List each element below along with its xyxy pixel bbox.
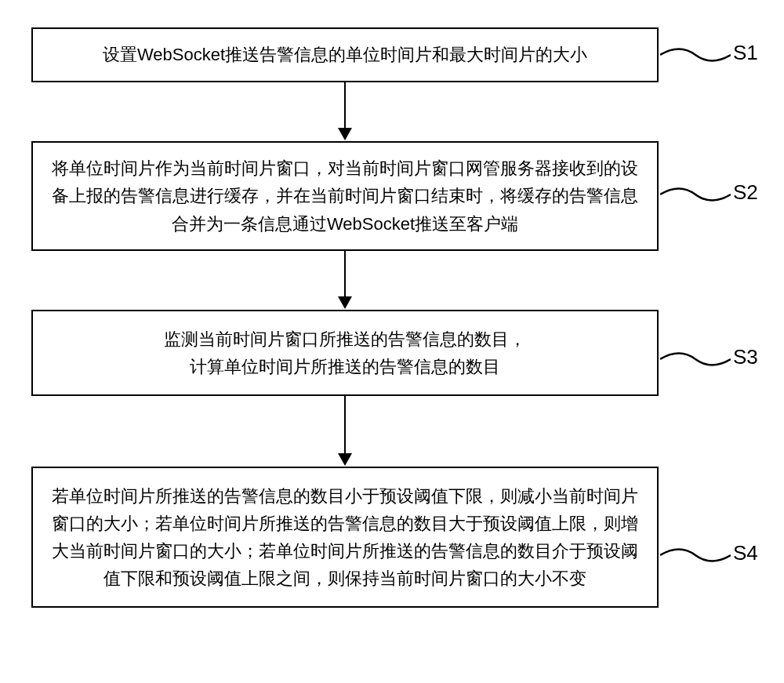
arrow-s2-s3 xyxy=(31,251,659,310)
step-text-s3: 监测当前时间片窗口所推送的告警信息的数目， 计算单位时间片所推送的告警信息的数目 xyxy=(164,325,526,380)
connector-curve-s4 xyxy=(660,543,731,567)
step-box-s3: 监测当前时间片窗口所推送的告警信息的数目， 计算单位时间片所推送的告警信息的数目 xyxy=(31,310,659,396)
arrow-head xyxy=(338,128,352,140)
step-label-s4: S4 xyxy=(733,541,758,565)
step-text-s4: 若单位时间片所推送的告警信息的数目小于预设阈值下限，则减小当前时间片窗口的大小；… xyxy=(49,482,641,593)
arrow-head xyxy=(338,296,352,309)
flowchart-container: 设置WebSocket推送告警信息的单位时间片和最大时间片的大小 将单位时间片作… xyxy=(31,27,753,608)
step-label-s3: S3 xyxy=(733,345,758,369)
step-box-s2: 将单位时间片作为当前时间片窗口，对当前时间片窗口网管服务器接收到的设备上报的告警… xyxy=(31,141,659,251)
step-box-s4: 若单位时间片所推送的告警信息的数目小于预设阈值下限，则减小当前时间片窗口的大小；… xyxy=(31,467,659,608)
arrow-s1-s2 xyxy=(31,82,659,141)
step-label-s2: S2 xyxy=(733,180,758,205)
arrow-s3-s4 xyxy=(31,396,659,467)
connector-curve-s3 xyxy=(660,347,731,371)
step-text-s1: 设置WebSocket推送告警信息的单位时间片和最大时间片的大小 xyxy=(103,41,587,68)
arrow-line xyxy=(344,396,346,455)
step-box-s1: 设置WebSocket推送告警信息的单位时间片和最大时间片的大小 xyxy=(31,27,659,82)
arrow-head xyxy=(338,453,352,466)
connector-curve-s1 xyxy=(660,43,731,67)
step-label-s1: S1 xyxy=(733,41,758,65)
arrow-line xyxy=(344,251,346,298)
connector-curve-s2 xyxy=(660,183,731,206)
arrow-line xyxy=(344,82,346,129)
step-text-s2: 将单位时间片作为当前时间片窗口，对当前时间片窗口网管服务器接收到的设备上报的告警… xyxy=(49,154,641,238)
